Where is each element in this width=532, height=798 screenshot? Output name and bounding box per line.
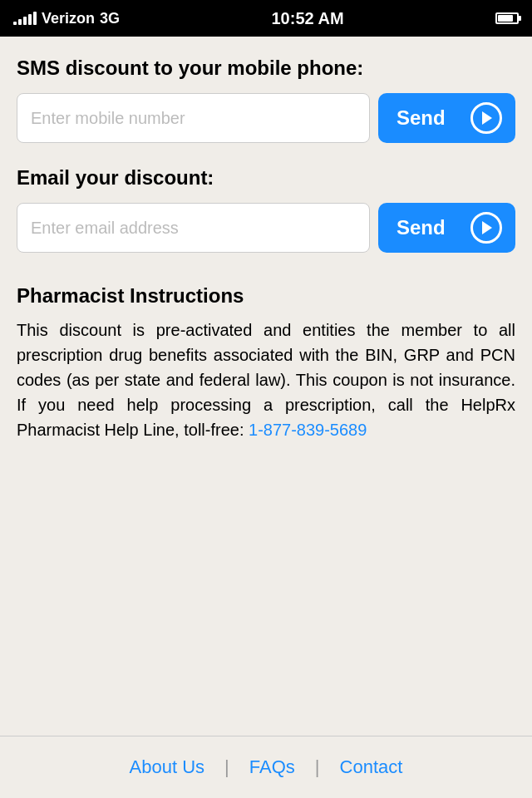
bar4	[28, 14, 32, 25]
about-us-link[interactable]: About Us	[130, 756, 205, 778]
pharmacist-section: Pharmacist Instructions This discount is…	[17, 284, 515, 442]
email-section-title: Email your discount:	[17, 166, 515, 190]
bar1	[13, 22, 17, 25]
battery-fill	[498, 15, 513, 22]
email-input-row: Send	[17, 203, 515, 253]
bar3	[23, 17, 27, 25]
footer: About Us | FAQs | Contact	[0, 736, 532, 798]
main-content: SMS discount to your mobile phone: Send …	[0, 37, 532, 736]
status-right	[495, 12, 519, 24]
sms-section-title: SMS discount to your mobile phone:	[17, 57, 515, 80]
email-address-input[interactable]	[17, 203, 370, 253]
arrow-right-icon	[482, 111, 492, 125]
bar2	[18, 19, 22, 25]
footer-divider-2: |	[315, 756, 320, 778]
email-arrow-right-icon	[482, 221, 492, 234]
email-send-arrow-icon	[470, 212, 502, 244]
sms-send-label: Send	[397, 106, 446, 130]
pharmacist-body: This discount is pre-activated and entit…	[17, 318, 515, 442]
status-bar: Verizon 3G 10:52 AM	[0, 0, 532, 37]
time-label: 10:52 AM	[271, 9, 343, 28]
sms-send-button[interactable]: Send	[378, 93, 515, 143]
faqs-link[interactable]: FAQs	[249, 756, 295, 778]
status-left: Verizon 3G	[13, 10, 120, 27]
email-send-button[interactable]: Send	[378, 203, 515, 253]
contact-link[interactable]: Contact	[340, 756, 403, 778]
carrier-label: Verizon	[42, 10, 95, 27]
pharmacist-title: Pharmacist Instructions	[17, 284, 515, 308]
pharmacist-phone-link[interactable]: 1-877-839-5689	[249, 421, 367, 439]
signal-bars-icon	[13, 12, 37, 25]
network-label: 3G	[100, 10, 120, 27]
sms-send-arrow-icon	[470, 102, 502, 134]
battery-icon	[495, 12, 519, 24]
footer-divider-1: |	[224, 756, 229, 778]
bar5	[33, 12, 37, 25]
email-send-label: Send	[397, 216, 446, 239]
sms-input-row: Send	[17, 93, 515, 143]
mobile-number-input[interactable]	[17, 93, 370, 143]
